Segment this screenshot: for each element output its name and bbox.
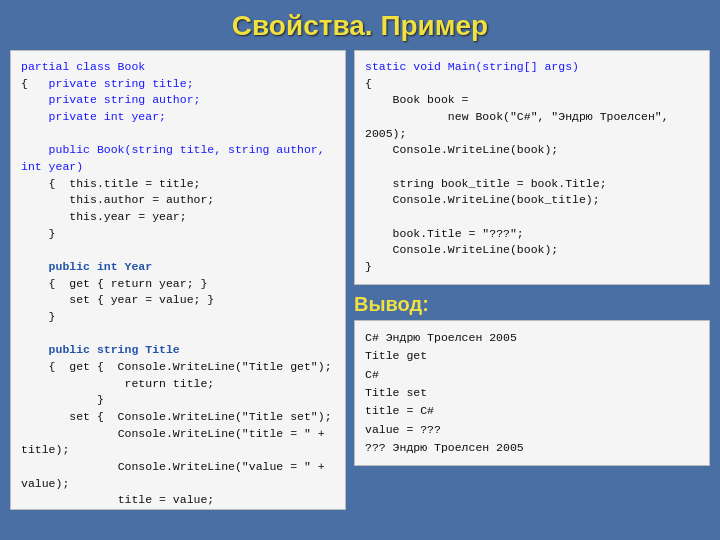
output-line-4: Title set bbox=[365, 384, 699, 402]
output-panel: C# Эндрю Троелсен 2005 Title get C# Titl… bbox=[354, 320, 710, 467]
output-title: Вывод: bbox=[354, 293, 710, 316]
output-line-7: ??? Эндрю Троелсен 2005 bbox=[365, 439, 699, 457]
page-title: Свойства. Пример bbox=[0, 0, 720, 50]
left-code-panel: partial class Book { private string titl… bbox=[10, 50, 346, 510]
left-code-text: partial class Book { private string titl… bbox=[21, 59, 335, 510]
output-line-5: title = C# bbox=[365, 402, 699, 420]
right-code-panel: static void Main(string[] args) { Book b… bbox=[354, 50, 710, 285]
output-line-6: value = ??? bbox=[365, 421, 699, 439]
output-section: Вывод: C# Эндрю Троелсен 2005 Title get … bbox=[354, 293, 710, 467]
output-line-3: C# bbox=[365, 366, 699, 384]
output-line-2: Title get bbox=[365, 347, 699, 365]
output-line-1: C# Эндрю Троелсен 2005 bbox=[365, 329, 699, 347]
right-code-text: static void Main(string[] args) { Book b… bbox=[365, 59, 699, 276]
right-panel: static void Main(string[] args) { Book b… bbox=[354, 50, 710, 510]
main-content: partial class Book { private string titl… bbox=[0, 50, 720, 510]
